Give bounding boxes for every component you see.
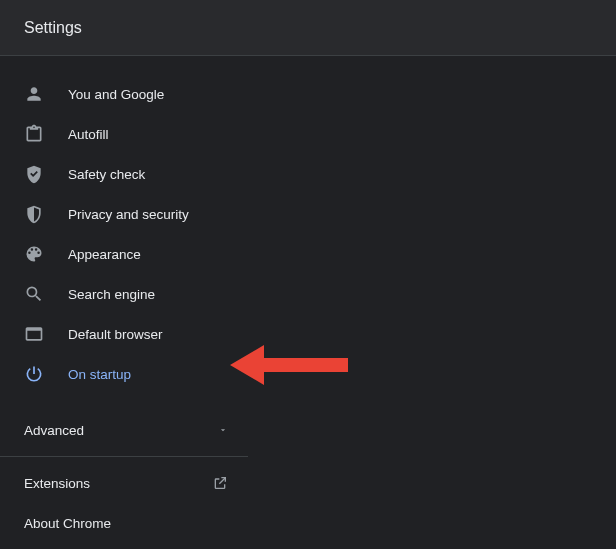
sidebar-item-appearance[interactable]: Appearance [0, 234, 248, 274]
sidebar-item-label: Privacy and security [68, 207, 189, 222]
sidebar-item-safety-check[interactable]: Safety check [0, 154, 248, 194]
sidebar-item-on-startup[interactable]: On startup [0, 354, 248, 394]
nav-list: You and Google Autofill Safety check Pri… [0, 74, 248, 394]
external-link-icon [212, 475, 228, 491]
sidebar-item-extensions[interactable]: Extensions [0, 463, 248, 503]
search-icon [24, 284, 44, 304]
about-label: About Chrome [24, 516, 111, 531]
palette-icon [24, 244, 44, 264]
sidebar-item-label: Appearance [68, 247, 141, 262]
settings-header: Settings [0, 0, 616, 56]
sidebar-item-label: Autofill [68, 127, 109, 142]
sidebar-item-you-and-google[interactable]: You and Google [0, 74, 248, 114]
clipboard-icon [24, 124, 44, 144]
browser-icon [24, 324, 44, 344]
sidebar-item-default-browser[interactable]: Default browser [0, 314, 248, 354]
person-icon [24, 84, 44, 104]
sidebar-item-search-engine[interactable]: Search engine [0, 274, 248, 314]
sidebar-item-label: Safety check [68, 167, 145, 182]
sidebar-item-label: Search engine [68, 287, 155, 302]
sidebar-item-privacy-and-security[interactable]: Privacy and security [0, 194, 248, 234]
page-title: Settings [24, 19, 82, 37]
sidebar-item-advanced[interactable]: Advanced [0, 410, 248, 450]
shield-check-icon [24, 164, 44, 184]
extensions-label: Extensions [24, 476, 90, 491]
sidebar-divider [0, 456, 248, 457]
sidebar-item-label: You and Google [68, 87, 164, 102]
chevron-down-icon [218, 425, 228, 435]
sidebar-item-label: Default browser [68, 327, 163, 342]
sidebar-item-label: On startup [68, 367, 131, 382]
sidebar-item-autofill[interactable]: Autofill [0, 114, 248, 154]
shield-icon [24, 204, 44, 224]
settings-sidebar: You and Google Autofill Safety check Pri… [0, 56, 248, 543]
annotation-arrow [230, 343, 350, 387]
sidebar-item-about-chrome[interactable]: About Chrome [0, 503, 248, 543]
advanced-label: Advanced [24, 423, 84, 438]
power-icon [24, 364, 44, 384]
